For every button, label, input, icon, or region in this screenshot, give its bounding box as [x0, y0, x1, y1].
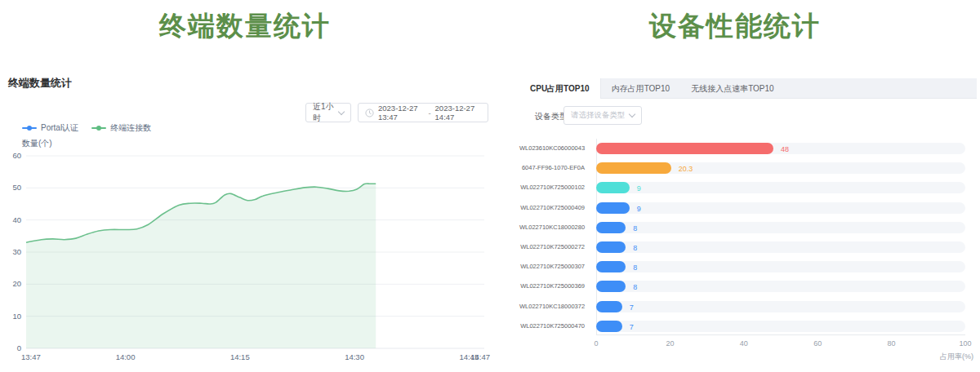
- bar-value-label: 20.3: [679, 165, 693, 173]
- y-tick-label: 40: [12, 215, 21, 224]
- legend-label: 终端连接数: [110, 122, 151, 134]
- y-tick-label: 50: [12, 183, 21, 192]
- bar: [596, 301, 622, 312]
- date-range-end[interactable]: 2023-12-27 14:47: [435, 104, 481, 122]
- right-panel-title: 设备性能统计: [490, 8, 980, 45]
- bar-track: 48: [596, 143, 965, 154]
- bar: [596, 202, 630, 214]
- legend-item[interactable]: 终端连接数: [91, 122, 151, 134]
- y-tick-label: 20: [12, 279, 21, 288]
- bar-row: WL022710KC180003727: [519, 297, 973, 317]
- x-tick-label: 14:30: [345, 352, 364, 361]
- x-tick-label: 60: [813, 339, 822, 348]
- bar-track: 9: [596, 202, 965, 214]
- tab-1[interactable]: 内存占用TOP10: [601, 78, 681, 99]
- bar-track: 8: [596, 261, 965, 272]
- time-range-select[interactable]: 近1小时: [305, 103, 351, 122]
- bar: [596, 162, 671, 174]
- bar-track: 8: [596, 222, 965, 233]
- performance-tabbar: CPU占用TOP10内存占用TOP10无线接入点速率TOP10: [519, 78, 977, 99]
- x-tick-label: 0: [594, 339, 598, 348]
- bar: [596, 182, 630, 193]
- bar-value-label: 48: [781, 145, 789, 153]
- bar-category-label: WL022710KC18000372: [519, 303, 585, 310]
- bar: [596, 281, 626, 292]
- x-tick-label: 20: [666, 339, 674, 348]
- x-tick-label: 40: [740, 339, 748, 348]
- y-tick-label: 60: [12, 151, 21, 160]
- bar-row: WL022710KC180002808: [519, 218, 973, 237]
- series-area-fill: [26, 184, 376, 348]
- bar-category-label: WL022710K725000470: [519, 322, 585, 330]
- bar-category-label: 6047-FF96-1070-EF0A: [519, 164, 585, 171]
- tab-2[interactable]: 无线接入点速率TOP10: [680, 78, 785, 99]
- bar-row: WL022710K7250001029: [519, 178, 973, 197]
- bar-track: 7: [596, 301, 965, 312]
- bar-category-label: WL022710K725000369: [519, 282, 585, 290]
- bar: [596, 143, 773, 154]
- legend: Portal认证终端连接数: [22, 122, 151, 134]
- date-range-picker[interactable]: 2023-12-27 13:47 - 2023-12-27 14:47: [358, 103, 488, 122]
- bar-value-label: 7: [630, 323, 634, 331]
- chevron-down-icon: [629, 111, 635, 117]
- bar-track: 20.3: [596, 162, 965, 174]
- device-type-label: 设备类型: [535, 111, 568, 122]
- date-range-separator: -: [428, 108, 430, 117]
- bar-category-label: WL022710KC18000280: [519, 224, 585, 231]
- chevron-down-icon: [338, 108, 345, 114]
- bar-track: 9: [596, 182, 965, 193]
- bar-track: 8: [596, 281, 965, 292]
- dashboard: 终端数量统计 终端数量统计 近1小时 2023-12-27 13:47 - 20…: [0, 0, 980, 372]
- x-tick-label: 14:47: [470, 352, 490, 361]
- bar-row: WL022710K7250003078: [519, 257, 973, 277]
- y-tick-label: 30: [12, 247, 21, 256]
- bar-track: 7: [596, 321, 965, 332]
- bar-category-label: WL022710K725000272: [519, 243, 585, 250]
- bar-value-label: 7: [630, 303, 634, 312]
- bar-value-label: 8: [633, 264, 637, 272]
- bar-row: WL022710K7250004707: [519, 317, 973, 336]
- bar-chart-x-axis-label: 占用率(%): [940, 352, 973, 362]
- device-type-placeholder: 请选择设备类型: [571, 110, 626, 121]
- bar-value-label: 9: [637, 205, 641, 213]
- bar-category-label: WL022710K725000307: [519, 263, 585, 270]
- bar: [596, 241, 626, 253]
- x-tick-label: 14:15: [230, 352, 250, 361]
- left-panel-title: 终端数量统计: [0, 8, 490, 45]
- bar-value-label: 8: [633, 224, 637, 232]
- tab-0[interactable]: CPU占用TOP10: [519, 78, 601, 99]
- time-range-value: 近1小时: [313, 101, 339, 124]
- terminal-count-line-chart: 010203040506013:4714:0014:1514:3014:4514…: [0, 133, 490, 370]
- left-chart-controls: 近1小时 2023-12-27 13:47 - 2023-12-27 14:47: [0, 103, 488, 122]
- legend-line-dot-icon: [91, 125, 106, 131]
- bar-row: WL022710K7250004099: [519, 198, 973, 218]
- legend-label: Portal认证: [41, 122, 78, 134]
- x-tick-label: 80: [888, 339, 896, 348]
- x-tick-label: 14:00: [116, 352, 136, 361]
- y-tick-label: 10: [12, 312, 21, 321]
- bar-row: WL022710K7250003698: [519, 277, 973, 296]
- bar-value-label: 8: [633, 244, 637, 252]
- y-tick-label: 0: [17, 343, 21, 352]
- clock-icon: [365, 108, 374, 117]
- device-type-select[interactable]: 请选择设备类型: [564, 106, 642, 125]
- bar: [596, 321, 622, 332]
- bar-track: 8: [596, 241, 965, 253]
- bar-row: WL023610KC0600004348: [519, 139, 973, 158]
- bar-category-label: WL022710K725000102: [519, 184, 585, 191]
- legend-line-dot-icon: [22, 125, 37, 131]
- bar-value-label: 8: [633, 283, 637, 291]
- bar: [596, 261, 626, 272]
- bar-row: 6047-FF96-1070-EF0A20.3: [519, 158, 973, 178]
- date-range-start[interactable]: 2023-12-27 13:47: [378, 104, 424, 122]
- legend-item[interactable]: Portal认证: [22, 122, 78, 134]
- x-tick-label: 100: [959, 339, 971, 348]
- bar-row: WL022710K7250002728: [519, 237, 973, 257]
- bar-category-label: WL023610KC06000043: [519, 144, 585, 152]
- bar-value-label: 9: [637, 184, 641, 193]
- cpu-top10-bar-chart: 占用率(%) WL023610KC06000043486047-FF96-107…: [519, 139, 973, 364]
- bar: [596, 222, 626, 233]
- x-tick-label: 13:47: [21, 352, 41, 361]
- left-chart-header: 终端数量统计: [8, 76, 72, 91]
- bar-category-label: WL022710K725000409: [519, 204, 585, 211]
